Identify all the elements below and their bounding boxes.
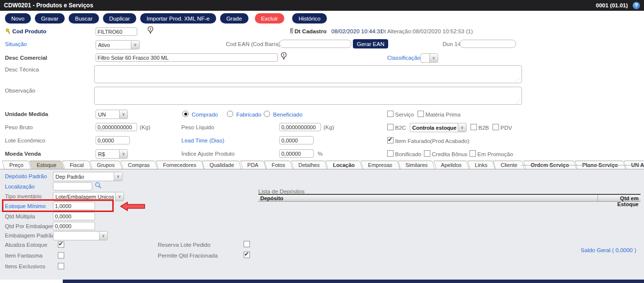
pdv-label: PDV bbox=[500, 125, 512, 131]
pdv-checkbox[interactable] bbox=[493, 124, 499, 130]
cod-ean-input[interactable] bbox=[279, 40, 351, 48]
situacao-label[interactable]: Situação bbox=[5, 41, 27, 47]
materia-prima-checkbox[interactable] bbox=[418, 111, 424, 117]
lead-time-label[interactable]: Lead Time (Dias) bbox=[181, 138, 224, 143]
radio-beneficiado[interactable] bbox=[264, 111, 270, 117]
tab-preco[interactable]: Preço bbox=[3, 161, 30, 169]
chevron-down-icon: ∨ bbox=[119, 150, 127, 158]
search-icon[interactable] bbox=[95, 182, 102, 190]
toolbar-button-importar-prod-xml-nfe[interactable]: Importar Prod. XML NF-e bbox=[140, 13, 216, 24]
radio-comprado-label[interactable]: Comprado bbox=[192, 112, 218, 118]
tab-grupos[interactable]: Grupos bbox=[91, 161, 121, 169]
desc-comercial-input[interactable] bbox=[96, 53, 278, 62]
itens-exclusivos-checkbox[interactable] bbox=[58, 263, 64, 269]
indice-ajuste-label: Índice Ajuste Produto bbox=[181, 151, 235, 157]
toolbar-button-duplicar[interactable]: Duplicar bbox=[103, 13, 136, 24]
peso-liquido-input[interactable] bbox=[279, 123, 321, 131]
chevron-down-icon: ∨ bbox=[114, 172, 122, 181]
tab-links[interactable]: Links bbox=[469, 161, 494, 169]
desc-tecnica-textarea[interactable] bbox=[94, 65, 522, 83]
qtd-por-embalagem-input[interactable] bbox=[53, 222, 95, 230]
servico-checkbox[interactable] bbox=[387, 111, 394, 117]
toolbar-button-grade[interactable]: Grade bbox=[220, 13, 248, 24]
controla-estoque-select[interactable]: Controla estoque ∨ bbox=[410, 123, 467, 132]
unidade-medida-select[interactable]: UN ∨ bbox=[96, 110, 128, 119]
situacao-select[interactable]: Ativo ∨ bbox=[96, 40, 140, 49]
b2c-checkbox[interactable] bbox=[387, 124, 394, 130]
qtd-multipla-input[interactable] bbox=[53, 212, 95, 220]
permite-qtd-fracionada-checkbox[interactable] bbox=[244, 252, 250, 258]
atualiza-estoque-checkbox[interactable] bbox=[58, 241, 64, 248]
estoque-minimo-input[interactable] bbox=[53, 202, 95, 210]
toolbar-button-historico[interactable]: Histórico bbox=[292, 13, 327, 24]
gerar-ean-button[interactable]: Gerar EAN bbox=[353, 39, 388, 48]
classificacao-select[interactable]: ∨ bbox=[421, 53, 438, 63]
dun14-label: Dun 14 bbox=[443, 41, 461, 47]
peso-bruto-input[interactable] bbox=[96, 123, 137, 131]
bonificado-checkbox[interactable] bbox=[387, 150, 394, 157]
deposito-padrao-select[interactable]: Dep Padrão ∨ bbox=[53, 172, 123, 181]
tab-empresas[interactable]: Empresas bbox=[362, 161, 399, 169]
b2b-checkbox[interactable] bbox=[471, 124, 477, 130]
deposito-padrao-label[interactable]: Depósito Padrão bbox=[5, 173, 47, 179]
tab-pda[interactable]: PDA bbox=[241, 161, 265, 169]
item-faturado-checkbox[interactable] bbox=[387, 137, 394, 143]
estoque-minimo-label[interactable]: Estoque Mínimo bbox=[5, 203, 46, 209]
product-form-window: CDW0201 - Produtos e Serviços 0001 (01.0… bbox=[0, 0, 644, 283]
tab-fotos[interactable]: Fotos bbox=[265, 161, 292, 169]
desc-comercial-label: Desc Comercial bbox=[5, 55, 47, 61]
deposits-col-qtd-estoque[interactable]: Qtd em Estoque bbox=[597, 195, 641, 201]
tab-strip-rule bbox=[521, 165, 641, 165]
credita-bonus-checkbox[interactable] bbox=[424, 150, 430, 157]
help-icon[interactable]: ? bbox=[633, 2, 640, 9]
lote-economico-input[interactable] bbox=[96, 136, 130, 144]
tab-fiscal[interactable]: Fiscal bbox=[63, 161, 90, 169]
dun14-input[interactable] bbox=[460, 40, 516, 48]
radio-beneficiado-label[interactable]: Beneficiado bbox=[273, 112, 302, 118]
toolbar-button-buscar[interactable]: Buscar bbox=[69, 13, 99, 24]
peso-bruto-label: Peso Bruto bbox=[5, 124, 33, 130]
indice-ajuste-unit: % bbox=[318, 151, 322, 157]
observacao-textarea[interactable] bbox=[94, 87, 522, 105]
indice-ajuste-input[interactable] bbox=[279, 149, 314, 158]
reserva-lote-pedido-checkbox[interactable] bbox=[244, 241, 250, 247]
tipo-inventario-select[interactable]: Lote/Embalagem Unicos ∨ bbox=[53, 192, 124, 201]
toolbar: NovoGravarBuscarDuplicarImportar Prod. X… bbox=[5, 13, 331, 24]
observacao-label: Observação bbox=[5, 88, 35, 94]
localizacao-label[interactable]: Localização bbox=[5, 184, 35, 189]
moeda-venda-select[interactable]: R$ ∨ bbox=[96, 149, 128, 159]
b2c-label: B2C bbox=[395, 125, 406, 131]
tab-compras[interactable]: Compras bbox=[122, 161, 156, 169]
item-fantasma-checkbox[interactable] bbox=[58, 252, 64, 259]
classificacao-label[interactable]: Classificação bbox=[387, 55, 421, 61]
radio-fabricado-label[interactable]: Fabricado bbox=[236, 112, 261, 118]
radio-comprado[interactable] bbox=[182, 111, 189, 117]
tab-qualidade[interactable]: Qualidade bbox=[203, 161, 240, 169]
toolbar-button-gravar[interactable]: Gravar bbox=[35, 13, 65, 24]
tab-estoque[interactable]: Estoque bbox=[30, 161, 63, 169]
item-faturado-label: Item Faturado(Prod Acabado) bbox=[395, 138, 470, 144]
tab-similares[interactable]: Similares bbox=[399, 161, 434, 169]
tab-apelidos[interactable]: Apelidos bbox=[435, 161, 468, 169]
lead-time-input[interactable] bbox=[279, 136, 314, 144]
toolbar-button-novo[interactable]: Novo bbox=[5, 13, 31, 24]
b2b-label: B2B bbox=[478, 125, 489, 131]
bonificado-label: Bonificado bbox=[395, 151, 421, 157]
em-promocao-checkbox[interactable] bbox=[470, 150, 476, 157]
embalagem-padrao-select[interactable]: ∨ bbox=[53, 231, 108, 240]
tab-detalhes[interactable]: Detalhes bbox=[292, 161, 326, 169]
deposits-col-deposito[interactable]: Depósito bbox=[258, 195, 597, 201]
chevron-down-icon: ∨ bbox=[429, 54, 438, 62]
reserva-lote-pedido-label: Reserva Lote Pedido bbox=[158, 242, 210, 248]
moeda-venda-label: Moeda Venda bbox=[5, 151, 41, 157]
localizacao-input[interactable] bbox=[53, 182, 92, 190]
tab-cliente[interactable]: Cliente bbox=[494, 161, 523, 169]
annotation-arrow-icon bbox=[120, 202, 146, 212]
chevron-down-icon: ∨ bbox=[119, 110, 127, 118]
toolbar-button-excluir[interactable]: Excluir bbox=[255, 13, 285, 24]
radio-fabricado[interactable] bbox=[227, 111, 233, 117]
svg-text:!: ! bbox=[283, 52, 285, 57]
tab-locacao[interactable]: Locação bbox=[326, 161, 361, 169]
cod-produto-input[interactable] bbox=[96, 27, 137, 36]
tab-fornecedores[interactable]: Fornecedores bbox=[157, 161, 203, 169]
